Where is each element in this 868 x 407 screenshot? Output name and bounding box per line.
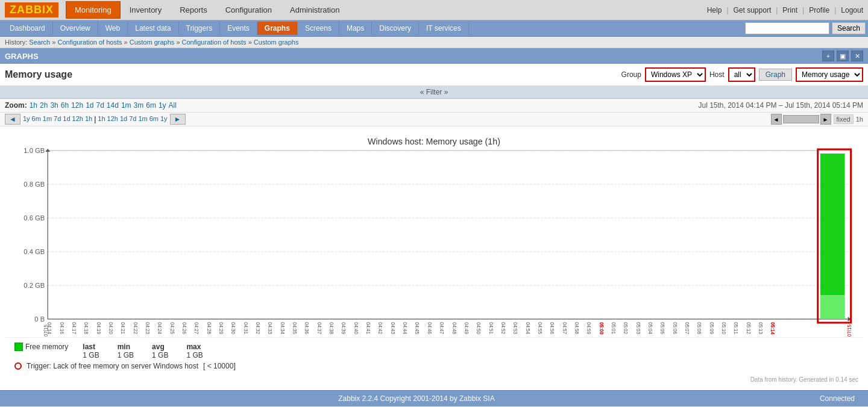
footer-connected[interactable]: Connected	[820, 394, 855, 403]
footer: Zabbix 2.2.4 Copyright 2001-2014 by Zabb…	[0, 390, 868, 406]
graph-title: Memory usage	[5, 69, 72, 80]
topbar-left: ZABBIX Monitoring Inventory Reports Conf…	[5, 1, 348, 19]
main-nav-administration[interactable]: Administration	[281, 1, 348, 19]
nav-1y-left[interactable]: 1y	[23, 115, 30, 123]
legend-area: Free memory last 1 GB min 1 GB avg 1 GB …	[5, 337, 863, 375]
svg-text:04:51: 04:51	[488, 322, 494, 334]
svg-text:05:04: 05:04	[647, 322, 653, 334]
graph-select[interactable]: Memory usage	[796, 67, 863, 82]
main-nav-reports[interactable]: Reports	[171, 1, 216, 19]
host-label: Host	[709, 70, 725, 79]
fixed-badge: fixed	[834, 114, 854, 124]
zoom-1y[interactable]: 1y	[159, 101, 166, 110]
help-link[interactable]: Help	[707, 6, 722, 14]
main-nav-monitoring[interactable]: Monitoring	[66, 1, 121, 19]
zoom-14d[interactable]: 14d	[107, 101, 119, 110]
zoom-1h[interactable]: 1h	[30, 101, 37, 110]
filter-bar[interactable]: « Filter »	[0, 86, 868, 99]
legend-row: Free memory last 1 GB min 1 GB avg 1 GB …	[14, 343, 854, 359]
group-select[interactable]: Windows XP	[645, 67, 706, 82]
section-title: GRAPHS	[5, 52, 39, 61]
sub-nav-events[interactable]: Events	[220, 22, 257, 35]
legend-item: Free memory	[14, 343, 68, 351]
trigger-row: Trigger: Lack of free memory on server W…	[14, 362, 854, 370]
sub-nav-overview[interactable]: Overview	[53, 22, 98, 35]
time-display: 1h	[856, 116, 863, 123]
breadcrumb-custom-graphs-2[interactable]: Custom graphs	[254, 39, 299, 46]
graph-svg: Windows host: Memory usage (1h) 1.0 GB 0…	[5, 132, 863, 337]
scroll-right-btn[interactable]: ►	[820, 114, 831, 125]
svg-text:04:31: 04:31	[243, 322, 248, 334]
nav-7d-right[interactable]: 7d	[129, 115, 136, 123]
sub-nav-web[interactable]: Web	[98, 22, 128, 35]
main-nav: Monitoring Inventory Reports Configurati…	[66, 1, 348, 19]
sub-nav-latest-data[interactable]: Latest data	[128, 22, 178, 35]
nav-1m-left[interactable]: 1m	[43, 115, 52, 123]
main-nav-inventory[interactable]: Inventory	[121, 1, 171, 19]
nav-arrows-left: ◄ 1y 6m 1m 7d 1d 12h 1h | 1h 12h 1d 7d 1…	[5, 114, 186, 125]
scroll-left-btn[interactable]: ◄	[771, 114, 782, 125]
zoom-12h[interactable]: 12h	[71, 101, 83, 110]
zoom-3h[interactable]: 3h	[50, 101, 58, 110]
zoom-7d[interactable]: 7d	[96, 101, 104, 110]
graph-label-btn[interactable]: Graph	[759, 69, 792, 81]
sub-nav-dashboard[interactable]: Dashboard	[2, 22, 53, 35]
breadcrumb-config-hosts-1[interactable]: Configuration of hosts	[57, 39, 122, 46]
sub-nav-screens[interactable]: Screens	[298, 22, 339, 35]
svg-text:05:12: 05:12	[746, 322, 751, 334]
print-link[interactable]: Print	[782, 6, 797, 14]
nav-6m-left[interactable]: 6m	[32, 115, 41, 123]
legend-name: Free memory	[25, 343, 68, 351]
data-source: Data from history. Generated in 0.14 sec	[5, 375, 863, 384]
breadcrumb: History: Search » Configuration of hosts…	[0, 37, 868, 48]
host-select[interactable]: all	[728, 67, 755, 82]
nav-7d-left[interactable]: 7d	[54, 115, 61, 123]
zoom-2h[interactable]: 2h	[40, 101, 48, 110]
svg-text:05:00: 05:00	[599, 322, 604, 335]
nav-1d-right[interactable]: 1d	[120, 115, 127, 123]
breadcrumb-search[interactable]: Search	[29, 39, 50, 46]
logout-link[interactable]: Logout	[841, 6, 863, 14]
nav-1m-right[interactable]: 1m	[138, 115, 147, 123]
scrollbar-track[interactable]	[783, 115, 819, 123]
search-button[interactable]: Search	[832, 22, 866, 34]
nav-6m-right[interactable]: 6m	[149, 115, 159, 123]
nav-next-far[interactable]: ►	[170, 114, 186, 125]
sub-nav-graphs[interactable]: Graphs	[257, 22, 298, 35]
sub-nav-discovery[interactable]: Discovery	[372, 22, 419, 35]
sub-nav-maps[interactable]: Maps	[339, 22, 372, 35]
add-icon-btn[interactable]: +	[822, 51, 834, 61]
zoom-3m[interactable]: 3m	[134, 101, 144, 110]
nav-1d-left[interactable]: 1d	[63, 115, 70, 123]
svg-text:04:54: 04:54	[525, 322, 530, 334]
sub-nav-triggers[interactable]: Triggers	[179, 22, 221, 35]
breadcrumb-custom-graphs-1[interactable]: Custom graphs	[130, 39, 175, 46]
nav-1h-left[interactable]: 1h	[85, 115, 92, 123]
zoom-1d[interactable]: 1d	[86, 101, 93, 110]
get-support-link[interactable]: Get support	[734, 6, 772, 14]
sub-nav-it-services[interactable]: IT services	[419, 22, 469, 35]
zoom-6m[interactable]: 6m	[146, 101, 156, 110]
svg-text:07/15: 07/15	[43, 325, 49, 337]
zoom-6h[interactable]: 6h	[61, 101, 69, 110]
nav-12h-right[interactable]: 12h	[107, 115, 118, 123]
close-icon-btn[interactable]: ✕	[851, 51, 863, 61]
nav-1y-right[interactable]: 1y	[160, 115, 168, 123]
svg-text:05:14: 05:14	[770, 322, 775, 335]
zoom-all[interactable]: All	[169, 101, 177, 110]
profile-link[interactable]: Profile	[809, 6, 829, 14]
breadcrumb-config-hosts-2[interactable]: Configuration of hosts	[182, 39, 247, 46]
nav-1h-right[interactable]: 1h	[98, 115, 105, 123]
main-nav-configuration[interactable]: Configuration	[216, 1, 281, 19]
svg-rect-1	[5, 151, 48, 325]
svg-text:04:50: 04:50	[476, 322, 481, 334]
zoom-1m[interactable]: 1m	[121, 101, 131, 110]
fullscreen-icon-btn[interactable]: ▣	[837, 51, 849, 61]
svg-text:05:08: 05:08	[696, 322, 702, 334]
nav-prev-far[interactable]: ◄	[5, 114, 20, 125]
svg-text:Windows host: Memory usage (1h: Windows host: Memory usage (1h)	[368, 137, 500, 146]
search-input[interactable]	[745, 22, 829, 34]
svg-text:04:58: 04:58	[574, 322, 579, 334]
svg-text:04:38: 04:38	[329, 322, 334, 334]
nav-12h-left[interactable]: 12h	[72, 115, 83, 123]
